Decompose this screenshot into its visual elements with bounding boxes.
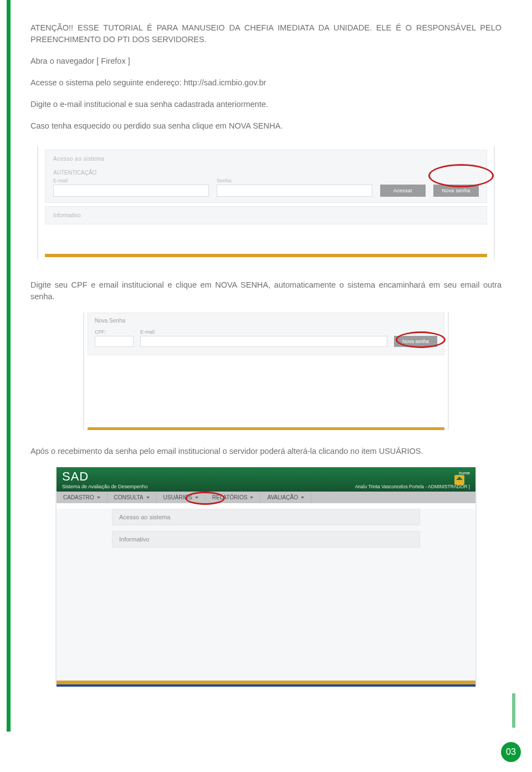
intro-warning: ATENÇÃO!! ESSE TUTORIAL É PARA MANUSEIO … (30, 22, 502, 45)
gold-footer-bar (45, 254, 487, 257)
blue-footer-bar (57, 684, 475, 687)
nova-senha-title: Nova Senha (95, 318, 437, 324)
panel-acesso: Acesso ao sistema (112, 509, 420, 525)
nova-senha-submit-button[interactable]: Nova senha (394, 336, 437, 347)
right-green-tick (512, 693, 515, 728)
user-info: Analu Trinta Vasconcelos Portela - ADMIN… (355, 484, 470, 489)
panel-informativo: Informativo (112, 531, 420, 548)
gold-footer-bar-2 (88, 427, 444, 430)
chevron-down-icon (146, 497, 150, 499)
menu-consulta[interactable]: CONSULTA (108, 492, 157, 503)
menu-avaliacao[interactable]: AVALIAÇÃO (260, 492, 311, 503)
chevron-down-icon (195, 497, 198, 499)
email-input[interactable] (53, 185, 209, 197)
intro-step-forgot: Caso tenha esquecido ou perdido sua senh… (30, 120, 502, 132)
mid-text-cpf: Digite seu CPF e email institucional e c… (30, 279, 502, 303)
page-number-badge: 03 (501, 742, 521, 762)
chevron-down-icon (250, 497, 253, 499)
informativo-panel: Informativo (45, 206, 487, 224)
menu-relatorios[interactable]: RELATÓRIOS (206, 492, 261, 503)
login-box-title: Acesso ao sistema (53, 156, 479, 162)
intro-step-login: Digite o e-mail institucional e sua senh… (30, 99, 502, 110)
chevron-down-icon (97, 497, 100, 499)
sad-header: home SAD Sistema de Avaliação de Desempe… (57, 467, 475, 492)
intro-step-browser: Abra o navegador [ Firefox ] (30, 55, 502, 67)
auth-section-title: AUTENTICAÇÃO (53, 170, 479, 176)
nova-senha-button[interactable]: Nova senha (433, 185, 479, 197)
email-label: E-mail: (53, 178, 209, 183)
cpf-input[interactable] (95, 336, 134, 347)
acessar-button[interactable]: Acessar (380, 185, 426, 197)
senha-input[interactable] (217, 185, 372, 197)
screenshot-login: Acesso ao sistema AUTENTICAÇÃO E-mail: S… (30, 142, 502, 264)
menu-cadastro[interactable]: CADASTRO (57, 492, 108, 503)
screenshot-sad-app: home SAD Sistema de Avaliação de Desempe… (55, 467, 477, 687)
screenshot-nova-senha: Nova Senha CPF: E-mail: Nova senha (83, 313, 449, 430)
chevron-down-icon (301, 497, 304, 499)
main-menu: CADASTRO CONSULTA USUÁRIOS RELATÓRIOS AV… (57, 492, 475, 503)
senha-label: Senha: (217, 178, 372, 183)
menu-usuarios[interactable]: USUÁRIOS (157, 492, 206, 503)
email2-input[interactable] (140, 336, 387, 347)
email2-label: E-mail: (140, 329, 387, 335)
mid-text-usuarios: Após o recebimento da senha pelo email i… (30, 446, 502, 457)
left-green-bar (7, 0, 11, 732)
intro-step-url: Acesse o sistema pelo seguinte endereço:… (30, 77, 502, 89)
cpf-label: CPF: (95, 329, 134, 335)
gold-footer-bar-3 (57, 681, 475, 684)
sad-logo: SAD (62, 471, 470, 483)
